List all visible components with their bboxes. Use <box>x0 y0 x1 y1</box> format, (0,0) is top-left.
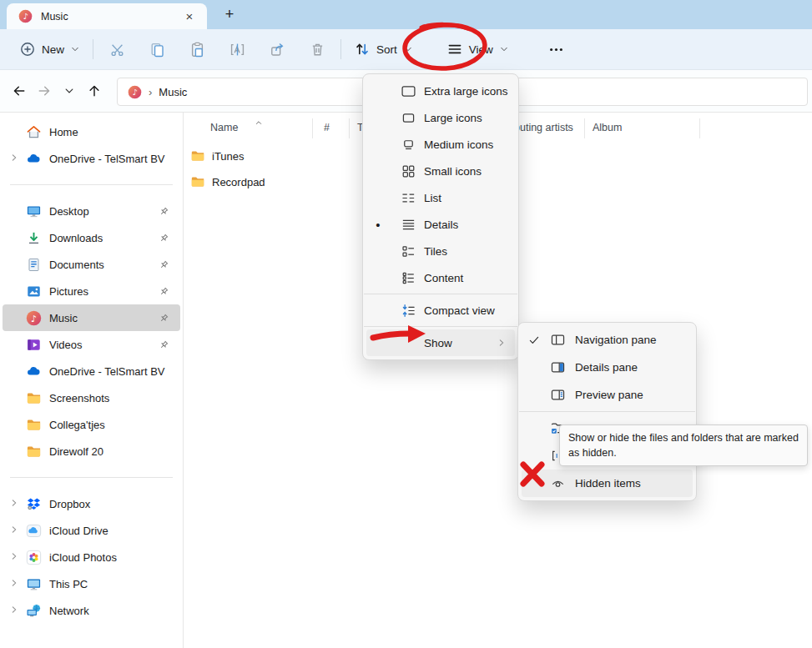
hidden-items-eye-icon <box>550 475 566 491</box>
sidebar-item-dropbox[interactable]: Dropbox <box>3 490 180 517</box>
up-button[interactable] <box>82 78 107 103</box>
column-divider[interactable] <box>699 118 700 138</box>
expand-slot <box>3 151 26 166</box>
cut-button[interactable] <box>98 34 135 64</box>
forward-button[interactable] <box>32 78 57 103</box>
copy-button[interactable] <box>139 34 175 64</box>
sidebar-item-this-pc[interactable]: This PC <box>3 570 180 597</box>
chevron-right-icon[interactable] <box>9 496 19 511</box>
view-menu-item-content[interactable]: Content <box>366 264 515 291</box>
column-divider[interactable] <box>349 118 350 138</box>
show-submenu-item-details-pane[interactable]: Details pane <box>522 354 693 381</box>
this-pc-icon <box>26 576 42 592</box>
view-menu-item-list[interactable]: List <box>366 184 515 211</box>
view-menu-item-show[interactable]: Show <box>366 329 515 356</box>
file-row-recordpad[interactable]: Recordpad <box>190 169 265 194</box>
sidebar-item-desktop[interactable]: Desktop <box>3 198 180 224</box>
details-view-icon <box>401 217 416 233</box>
view-menu-item-medium-icons[interactable]: Medium icons <box>366 131 515 158</box>
sidebar-item-onedrive-telsmart-bv[interactable]: OneDrive - TelSmart BV <box>3 145 180 172</box>
rename-button[interactable] <box>219 34 255 64</box>
sidebar-item-collega-tjes[interactable]: Collega'tjes <box>3 411 180 438</box>
chevron-right-icon[interactable] <box>9 550 19 565</box>
menu-item-label: Compact view <box>424 304 515 317</box>
desktop-icon <box>26 203 42 219</box>
column-header--[interactable]: # <box>324 122 330 133</box>
small-icons-icon <box>401 163 416 179</box>
column-header-name[interactable]: Name <box>210 122 238 133</box>
show-submenu-item-hidden-items[interactable]: Hidden items <box>522 470 693 497</box>
chevron-right-icon[interactable] <box>9 151 19 166</box>
pin-icon <box>158 205 170 218</box>
recent-locations-button[interactable] <box>57 78 82 103</box>
share-button[interactable] <box>259 34 295 64</box>
view-menu-item-large-icons[interactable]: Large icons <box>366 104 515 131</box>
sidebar-item-videos[interactable]: Videos <box>3 331 180 358</box>
chevron-right-icon[interactable] <box>9 603 19 618</box>
onedrive-cloud-icon <box>26 364 42 379</box>
column-divider[interactable] <box>584 118 585 138</box>
pin-icon <box>158 312 170 324</box>
chevron-right-icon[interactable] <box>9 576 19 591</box>
menu-item-label: Navigation pane <box>575 334 693 346</box>
column-header-buting-artists[interactable]: buting artists <box>514 122 573 133</box>
sidebar-item-label: Videos <box>49 339 158 351</box>
show-submenu-item-preview-pane[interactable]: Preview pane <box>522 381 693 409</box>
sidebar-item-network[interactable]: Network <box>3 597 180 624</box>
menu-item-label: Medium icons <box>424 138 515 151</box>
delete-button[interactable] <box>299 34 335 64</box>
sidebar-item-direwolf-20[interactable]: Direwolf 20 <box>3 438 180 465</box>
tab-close-icon[interactable]: × <box>180 8 199 26</box>
folder-icon <box>190 148 205 163</box>
sidebar-item-downloads[interactable]: Downloads <box>3 224 180 251</box>
breadcrumb-segment[interactable]: Music <box>159 86 187 98</box>
sidebar-item-screenshots[interactable]: Screenshots <box>3 384 180 411</box>
column-header-album[interactable]: Album <box>593 122 622 133</box>
back-button[interactable] <box>7 78 32 103</box>
file-row-itunes[interactable]: iTunes <box>190 143 245 168</box>
view-menu-item-extra-large-icons[interactable]: Extra large icons <box>366 78 515 104</box>
sidebar-item-label: Home <box>49 126 180 138</box>
submenu-chevron-icon <box>497 338 507 348</box>
new-tab-button[interactable]: + <box>219 4 240 26</box>
pin-icon <box>158 232 170 244</box>
sidebar-item-label: Documents <box>49 259 158 271</box>
file-explorer-window: ♪ Music × + New Sort View <box>0 0 812 648</box>
new-button[interactable]: New <box>12 36 88 63</box>
view-menu-item-tiles[interactable]: Tiles <box>366 238 515 264</box>
file-name: Recordpad <box>212 176 265 188</box>
sidebar-item-label: Downloads <box>49 232 158 244</box>
sidebar-item-pictures[interactable]: Pictures <box>3 278 180 304</box>
sidebar-item-icloud-photos[interactable]: iCloud Photos <box>3 544 180 570</box>
sort-button[interactable]: Sort <box>346 36 421 63</box>
sidebar-item-onedrive-telsmart-bv[interactable]: OneDrive - TelSmart BV <box>3 358 180 384</box>
tab-music[interactable]: ♪ Music × <box>7 3 207 29</box>
share-icon <box>269 41 286 58</box>
chevron-down-icon <box>63 85 75 97</box>
view-menu: Extra large iconsLarge iconsMedium icons… <box>362 73 519 360</box>
toolbar-divider <box>93 39 93 59</box>
menu-item-label: Small icons <box>424 165 515 178</box>
column-divider[interactable] <box>312 118 313 138</box>
chevron-right-icon[interactable] <box>9 523 19 538</box>
menu-item-label: Content <box>424 272 515 284</box>
paste-button[interactable] <box>179 34 215 64</box>
network-icon <box>26 603 42 619</box>
more-options-button[interactable] <box>538 34 575 64</box>
dropbox-icon <box>26 496 42 512</box>
view-button-label: View <box>469 43 493 56</box>
show-submenu-item-navigation-pane[interactable]: Navigation pane <box>522 326 693 354</box>
sidebar-item-label: Collega'tjes <box>49 419 180 431</box>
view-menu-item-compact-view[interactable]: Compact view <box>366 297 515 324</box>
sidebar-item-music[interactable]: ♪Music <box>3 304 180 331</box>
sidebar-item-documents[interactable]: Documents <box>3 251 180 278</box>
view-button[interactable]: View <box>439 36 517 63</box>
view-menu-item-small-icons[interactable]: Small icons <box>366 158 515 184</box>
music-folder-icon: ♪ <box>128 85 142 99</box>
sidebar-item-home[interactable]: Home <box>3 118 180 145</box>
sidebar-item-icloud-drive[interactable]: iCloud Drive <box>3 517 180 544</box>
documents-icon <box>26 257 42 273</box>
sidebar-item-label: OneDrive - TelSmart BV <box>49 365 180 378</box>
view-menu-item-details[interactable]: •Details <box>366 211 515 238</box>
menu-item-label: Details pane <box>575 361 693 374</box>
